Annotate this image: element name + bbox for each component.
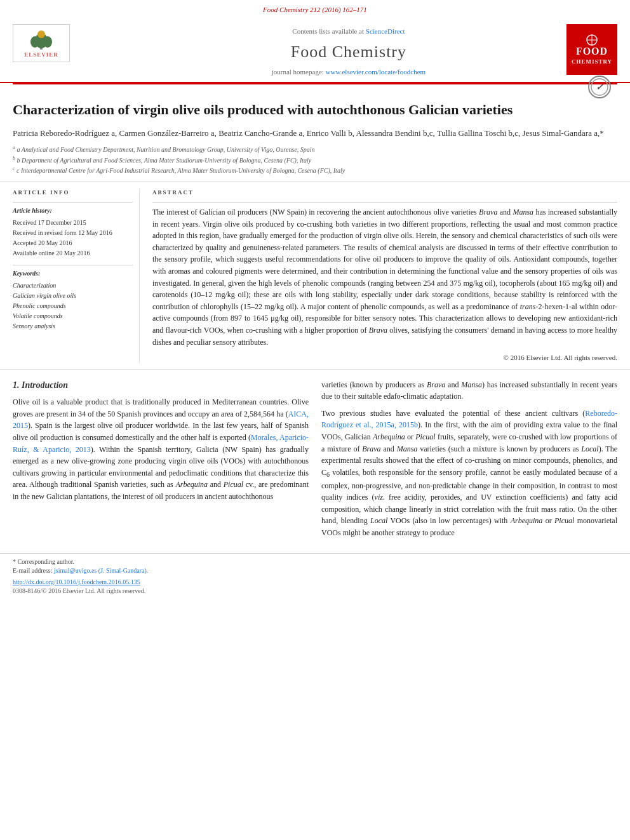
date-accepted: Accepted 20 May 2016 xyxy=(13,238,133,248)
elsevier-name: ELSEVIER xyxy=(24,51,58,59)
journal-citation: Food Chemistry 212 (2016) 162–171 xyxy=(263,6,367,13)
email-link[interactable]: jsimal@uvigo.es (J. Simal-Gandara). xyxy=(54,567,148,574)
date-received: Received 17 December 2015 xyxy=(13,218,133,228)
article-info-label: ARTICLE INFO xyxy=(13,189,133,197)
keywords-label: Keywords: xyxy=(13,269,133,278)
article-title: Characterization of virgin olive oils pr… xyxy=(13,101,533,119)
keyword-4: Sensory analysis xyxy=(13,321,133,331)
intro-col-left: 1. Introduction Olive oil is a valuable … xyxy=(13,379,309,544)
issn-text: 0308-8146/© 2016 Elsevier Ltd. All right… xyxy=(13,587,617,596)
crossmark-badge[interactable]: ✓ xyxy=(588,76,611,98)
page: Food Chemistry 212 (2016) 162–171 ELSEVI… xyxy=(0,0,630,840)
sciencedirect-link[interactable]: ScienceDirect xyxy=(366,27,405,35)
crossmark-area[interactable]: ✓ xyxy=(588,76,611,98)
journal-homepage: journal homepage: www.elsevier.com/locat… xyxy=(272,67,426,77)
article-header: ✓ Characterization of virgin olive oils … xyxy=(0,91,630,182)
history-label: Article history: xyxy=(13,206,133,215)
article-history: Article history: Received 17 December 20… xyxy=(13,206,133,258)
corresponding-author: * Corresponding author. xyxy=(13,557,617,566)
ref-reboredo[interactable]: Reboredo-Rodríguez et al., 2015a, 2015b xyxy=(321,409,617,430)
journal-title: Food Chemistry xyxy=(291,41,406,63)
sciencedirect-text: Contents lists available at ScienceDirec… xyxy=(292,27,405,36)
abstract-text: The interest of Galician oil producers (… xyxy=(152,206,617,348)
intro-paragraph-3: Two previous studies have evaluated the … xyxy=(321,408,617,539)
ref-aica[interactable]: AICA, 2015 xyxy=(13,410,309,430)
svg-point-4 xyxy=(37,30,45,38)
footer-notes: * Corresponding author. E-mail address: … xyxy=(0,553,630,599)
keyword-3: Volatile compounds xyxy=(13,311,133,321)
journal-homepage-url: www.elsevier.com/locate/foodchem xyxy=(326,68,426,76)
intro-paragraph-2: varieties (known by producers as Brava a… xyxy=(321,379,617,403)
logo-icon-svg xyxy=(582,34,601,46)
svg-point-2 xyxy=(30,36,39,48)
journal-header: ELSEVIER Contents lists available at Sci… xyxy=(0,18,630,83)
keyword-2: Phenolic compounds xyxy=(13,301,133,311)
header-divider xyxy=(13,83,617,84)
intro-col-right: varieties (known by producers as Brava a… xyxy=(321,379,617,544)
intro-section-title: 1. Introduction xyxy=(13,379,309,392)
date-available: Available online 20 May 2016 xyxy=(13,248,133,258)
main-content: 1. Introduction Olive oil is a valuable … xyxy=(0,370,630,553)
intro-paragraph-1: Olive oil is a valuable product that is … xyxy=(13,396,309,502)
food-chemistry-logo: FOOD CHEMISTRY xyxy=(566,24,617,75)
affiliation-a: a a Analytical and Food Chemistry Depart… xyxy=(13,144,617,154)
abstract-label: ABSTRACT xyxy=(152,189,617,197)
citation-bar: Food Chemistry 212 (2016) 162–171 xyxy=(0,0,630,18)
affiliation-b: b b Department of Agricultural and Food … xyxy=(13,155,617,165)
copyright: © 2016 Elsevier Ltd. All rights reserved… xyxy=(152,348,617,363)
keywords-list: Characterization Galician virgin olive o… xyxy=(13,281,133,331)
elsevier-logo-area: ELSEVIER xyxy=(13,24,180,62)
affiliation-c: c c Interdepartmental Centre for Agri-Fo… xyxy=(13,165,617,175)
svg-point-3 xyxy=(43,36,52,48)
keyword-0: Characterization xyxy=(13,281,133,291)
affiliations: a a Analytical and Food Chemistry Depart… xyxy=(13,144,617,175)
svg-text:✓: ✓ xyxy=(596,83,604,92)
keywords-section: Keywords: Characterization Galician virg… xyxy=(13,269,133,331)
crossmark-icon: ✓ xyxy=(590,77,609,97)
keyword-1: Galician virgin olive oils xyxy=(13,291,133,301)
doi-link[interactable]: http://dx.doi.org/10.1016/j.foodchem.201… xyxy=(13,578,140,585)
logo-chemistry-text: CHEMISTRY xyxy=(572,58,612,66)
authors: Patricia Reboredo-Rodríguez a, Carmen Go… xyxy=(13,127,617,140)
food-chemistry-logo-area: FOOD CHEMISTRY xyxy=(516,24,617,75)
abstract-col: ABSTRACT The interest of Galician oil pr… xyxy=(152,189,617,363)
date-revised: Received in revised form 12 May 2016 xyxy=(13,228,133,238)
email-row: E-mail address: jsimal@uvigo.es (J. Sima… xyxy=(13,566,617,575)
article-info-col: ARTICLE INFO Article history: Received 1… xyxy=(13,189,140,363)
article-info-abstract: ARTICLE INFO Article history: Received 1… xyxy=(0,182,630,370)
logo-food-text: FOOD xyxy=(576,46,608,57)
ref-morales[interactable]: Morales, Aparicio-Ruíz, & Aparicio, 2013 xyxy=(13,433,309,454)
elsevier-logo-svg xyxy=(22,28,60,51)
journal-header-center: Contents lists available at ScienceDirec… xyxy=(180,24,516,77)
